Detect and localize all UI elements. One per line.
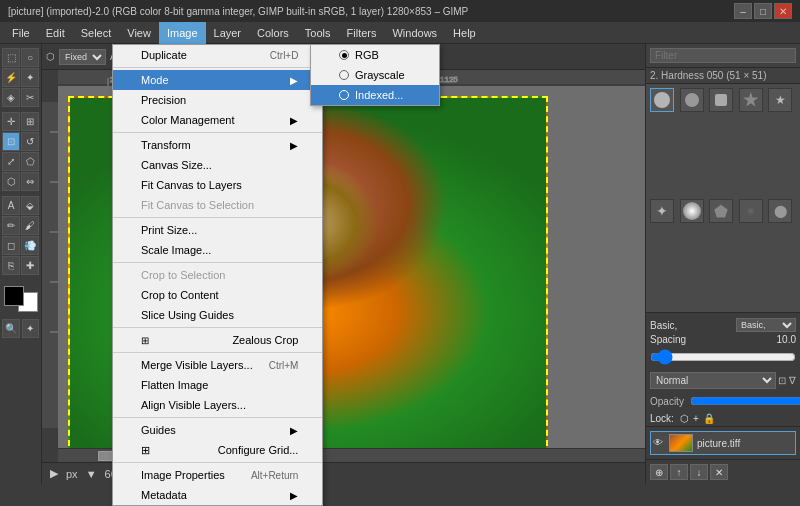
tool-crop[interactable]: ⊡: [2, 132, 20, 151]
menu-select[interactable]: Select: [73, 22, 120, 44]
tool-rotate[interactable]: ↺: [21, 132, 39, 151]
scroll-thumb-h[interactable]: [98, 451, 178, 461]
size-display: 1280:853: [167, 51, 209, 62]
layer-name: picture.tiff: [697, 438, 740, 449]
zoom-level: 66.7 %: [105, 468, 139, 480]
brush-thumb-6[interactable]: ✦: [650, 199, 674, 223]
preset-select[interactable]: Basic,: [736, 318, 796, 332]
preset-label: Basic,: [650, 320, 677, 331]
tool-eraser[interactable]: ◻: [2, 236, 20, 255]
panel-spacing: Basic, Basic, Spacing 10.0: [646, 312, 800, 370]
menu-image[interactable]: Image: [159, 22, 206, 44]
spacing-value: 10.0: [777, 334, 796, 345]
color-picker-icon[interactable]: ✦: [22, 319, 40, 338]
brush-thumb-9[interactable]: ✴: [739, 199, 763, 223]
tool-align[interactable]: ⊞: [21, 112, 39, 131]
spacing-slider[interactable]: [650, 349, 796, 365]
close-button[interactable]: ✕: [774, 3, 792, 19]
center-area: ⬡ Fixed Aspect ratio 1280:853 250 750: [42, 44, 645, 484]
tool-flip[interactable]: ⇔: [21, 172, 39, 191]
minimize-button[interactable]: –: [734, 3, 752, 19]
menu-tools[interactable]: Tools: [297, 22, 339, 44]
main-layout: ⬚ ○ ⚡ ✦ ◈ ✂ ✛ ⊞ ⊡ ↺ ⤢ ⬠ ⬡ ⇔ A ⬙: [0, 44, 800, 484]
title-text: [picture] (imported)-2.0 (RGB color 8-bi…: [8, 6, 468, 17]
menu-windows[interactable]: Windows: [384, 22, 445, 44]
tool-pencil[interactable]: ✏: [2, 216, 20, 235]
zoom-tool-icon[interactable]: 🔍: [2, 319, 20, 338]
layer-controls: ⊕ ↑ ↓ ✕: [646, 459, 800, 484]
tool-by-color[interactable]: ◈: [2, 88, 20, 107]
svg-text:750: 750: [260, 75, 274, 84]
left-toolbar: ⬚ ○ ⚡ ✦ ◈ ✂ ✛ ⊞ ⊡ ↺ ⤢ ⬠ ⬡ ⇔ A ⬙: [0, 44, 42, 484]
layer-row[interactable]: 👁 picture.tiff: [650, 431, 796, 455]
layer-new-button[interactable]: ⊕: [650, 464, 668, 480]
crop-fixed-select[interactable]: Fixed: [59, 49, 106, 65]
brush-title: 2. Hardness 050 (51 × 51): [646, 68, 800, 84]
brush-thumb-1[interactable]: [650, 88, 674, 112]
brush-thumb-2[interactable]: [680, 88, 704, 112]
scrollbar-horizontal[interactable]: [58, 448, 645, 462]
brush-thumb-8[interactable]: ⬟: [709, 199, 733, 223]
brush-thumb-10[interactable]: ⬤: [768, 199, 792, 223]
menu-colors[interactable]: Colors: [249, 22, 297, 44]
crop-options-label: ⬡: [46, 51, 55, 62]
brush-thumb-3[interactable]: [709, 88, 733, 112]
svg-rect-0: [58, 70, 645, 86]
right-panel: 2. Hardness 050 (51 × 51) ★ ✦: [645, 44, 800, 484]
mode-row: Normal ⊡ ∇: [646, 370, 800, 391]
brush-filter-input[interactable]: [650, 48, 796, 63]
tool-rect-select[interactable]: ⬚: [2, 48, 20, 67]
tool-paintbrush[interactable]: 🖌: [21, 216, 39, 235]
tool-scissors[interactable]: ✂: [21, 88, 39, 107]
foreground-color-swatch[interactable]: [4, 286, 24, 306]
ruler-vertical: [42, 102, 58, 428]
lock-all-icon[interactable]: 🔒: [703, 413, 715, 424]
menu-filters[interactable]: Filters: [339, 22, 385, 44]
tool-clone[interactable]: ⎘: [2, 256, 20, 275]
tool-airbrush[interactable]: 💨: [21, 236, 39, 255]
title-bar: [picture] (imported)-2.0 (RGB color 8-bi…: [0, 0, 800, 22]
unit-label: px: [66, 468, 78, 480]
tool-perspective[interactable]: ⬡: [2, 172, 20, 191]
layer-delete-button[interactable]: ✕: [710, 464, 728, 480]
menu-edit[interactable]: Edit: [38, 22, 73, 44]
menu-file[interactable]: File: [4, 22, 38, 44]
tool-scale[interactable]: ⤢: [2, 152, 20, 171]
image-canvas: [68, 96, 548, 448]
tool-move[interactable]: ✛: [2, 112, 20, 131]
tool-shear[interactable]: ⬠: [21, 152, 39, 171]
svg-rect-11: [42, 102, 58, 428]
layer-panel: 👁 picture.tiff: [646, 426, 800, 459]
menu-view[interactable]: View: [119, 22, 159, 44]
brush-thumb-5[interactable]: ★: [768, 88, 792, 112]
layer-lower-button[interactable]: ↓: [690, 464, 708, 480]
menu-layer[interactable]: Layer: [206, 22, 250, 44]
tool-heal[interactable]: ✚: [21, 256, 39, 275]
lock-alpha-icon[interactable]: ⬡: [680, 413, 689, 424]
lock-pos-icon[interactable]: +: [693, 413, 699, 424]
layer-thumbnail: [669, 434, 693, 452]
layer-raise-button[interactable]: ↑: [670, 464, 688, 480]
svg-text:1125: 1125: [440, 75, 458, 84]
tool-paintbucket[interactable]: ⬙: [21, 196, 39, 215]
layer-visibility-icon[interactable]: 👁: [653, 437, 665, 449]
maximize-button[interactable]: □: [754, 3, 772, 19]
ruler-horizontal: 250 750 1000 1125: [58, 70, 645, 86]
cursor-icon: ▶: [50, 467, 58, 480]
layer-mode-select[interactable]: Normal: [650, 372, 776, 389]
opacity-row: Opacity 100.0: [646, 391, 800, 411]
brush-thumb-4[interactable]: [739, 88, 763, 112]
brush-thumb-7[interactable]: [680, 199, 704, 223]
tool-text[interactable]: A: [2, 196, 20, 215]
tool-fuzzy-select[interactable]: ✦: [21, 68, 39, 87]
opacity-slider[interactable]: [690, 393, 800, 409]
status-arrow: ▼: [86, 468, 97, 480]
spacing-label: Spacing: [650, 334, 686, 345]
menu-help[interactable]: Help: [445, 22, 484, 44]
menu-metadata[interactable]: Metadata ▶: [113, 485, 322, 505]
tool-free-select[interactable]: ⚡: [2, 68, 20, 87]
lock-row: Lock: ⬡ + 🔒: [646, 411, 800, 426]
tool-ellipse-select[interactable]: ○: [21, 48, 39, 67]
status-message: Convert the image to indexed colors: [147, 468, 323, 480]
canvas-wrapper[interactable]: [58, 86, 645, 448]
